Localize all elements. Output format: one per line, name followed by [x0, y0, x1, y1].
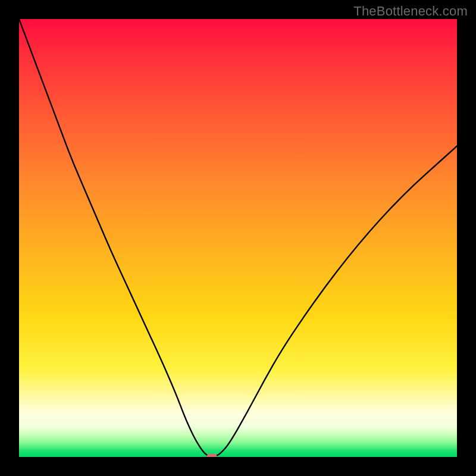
bottleneck-curve	[19, 19, 457, 457]
plot-area	[19, 19, 457, 457]
chart-frame: TheBottleneck.com	[0, 0, 476, 476]
watermark-text: TheBottleneck.com	[353, 4, 468, 19]
optimal-point-marker	[206, 454, 217, 457]
